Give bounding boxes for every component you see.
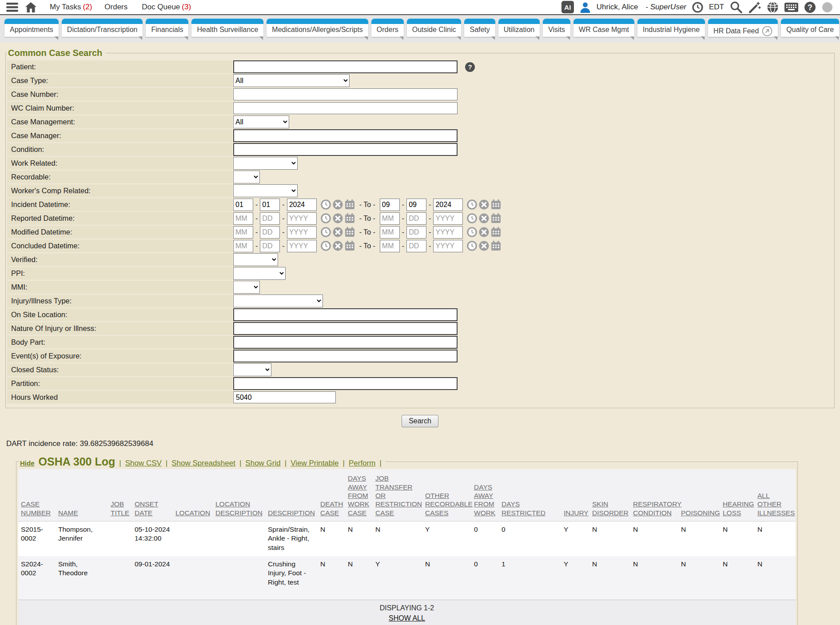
modified-to-dd-input[interactable] (406, 226, 426, 239)
calendar-icon[interactable] (491, 241, 501, 251)
wc-claim-number-input[interactable] (233, 102, 458, 114)
view-printable-link[interactable]: View Printable (291, 459, 338, 468)
reported-to-mm-input[interactable] (380, 212, 400, 225)
sort-link[interactable]: ALL OTHER ILLNESSES (757, 492, 795, 517)
tab-orders[interactable]: Orders (371, 19, 404, 37)
external-link-icon[interactable] (762, 26, 772, 36)
events-of-exposure-input[interactable] (233, 350, 458, 362)
patient-input[interactable] (233, 60, 458, 73)
time-picker-icon[interactable] (467, 213, 477, 223)
incident-from-mm-input[interactable] (233, 199, 253, 211)
clear-date-icon[interactable] (479, 213, 489, 223)
table-row[interactable]: S2024-0002 Smith, Theodore 09-01-2024 Cr… (18, 556, 796, 600)
time-picker-icon[interactable] (321, 227, 331, 237)
modified-from-yyyy-input[interactable] (287, 226, 317, 239)
case-manager-input[interactable] (233, 129, 458, 142)
sort-link[interactable]: RESPIRATORY CONDITION (633, 500, 681, 516)
injury-illness-type-select[interactable] (233, 295, 323, 307)
concluded-to-mm-input[interactable] (380, 240, 400, 252)
tab-financials[interactable]: Financials (146, 19, 188, 37)
nav-doc-queue[interactable]: Doc Queue(3) (142, 3, 191, 12)
tab-quality-of-care[interactable]: Quality of Care (781, 19, 839, 37)
user-name[interactable]: Uhrick, Alice (597, 3, 638, 12)
sort-link[interactable]: DEATH CASE (320, 500, 343, 516)
reported-from-dd-input[interactable] (260, 212, 280, 225)
show-csv-link[interactable]: Show CSV (125, 459, 162, 468)
perform-link[interactable]: Perform (349, 459, 375, 468)
search-icon[interactable] (730, 1, 742, 13)
help-circle-icon[interactable]: ? (804, 1, 816, 13)
closed-status-select[interactable] (233, 363, 271, 376)
case-type-select[interactable]: All (233, 74, 350, 87)
reported-from-yyyy-input[interactable] (287, 212, 317, 225)
tab-appointments[interactable]: Appointments (4, 19, 59, 37)
calendar-icon[interactable] (345, 199, 355, 210)
calendar-icon[interactable] (491, 213, 501, 223)
sort-link[interactable]: INJURY (564, 509, 589, 517)
home-icon[interactable] (25, 2, 36, 12)
globe-icon[interactable] (767, 1, 779, 13)
time-picker-icon[interactable] (321, 199, 331, 210)
reported-to-yyyy-input[interactable] (433, 212, 463, 225)
table-row[interactable]: S2015-0002 Thompson, Jennifer 05-10-2024… (18, 521, 796, 557)
incident-from-dd-input[interactable] (260, 199, 280, 211)
clear-date-icon[interactable] (333, 241, 343, 251)
calendar-icon[interactable] (491, 227, 501, 237)
time-picker-icon[interactable] (467, 199, 477, 210)
clear-date-icon[interactable] (479, 241, 489, 251)
tab-medications-allergies-scripts[interactable]: Medications/Allergies/Scripts (267, 19, 368, 37)
concluded-to-yyyy-input[interactable] (433, 240, 463, 252)
hours-worked-input[interactable] (233, 391, 336, 403)
tab-dictation-transcription[interactable]: Dictation/Transcription (62, 19, 143, 37)
hide-link[interactable]: Hide (20, 459, 35, 467)
incident-from-yyyy-input[interactable] (287, 199, 317, 211)
sort-link[interactable]: DESCRIPTION (268, 509, 315, 517)
clear-date-icon[interactable] (479, 227, 489, 237)
magic-wand-icon[interactable] (748, 1, 761, 14)
nav-my-tasks[interactable]: My Tasks(2) (50, 3, 92, 12)
tab-wr-case-mgmt[interactable]: WR Case Mgmt (573, 19, 634, 37)
sort-link[interactable]: NAME (58, 509, 78, 517)
ppi-select[interactable] (233, 267, 286, 280)
tab-hr-data-feed[interactable]: HR Data Feed (708, 19, 778, 37)
workers-comp-related-select[interactable] (233, 184, 298, 197)
clear-date-icon[interactable] (333, 227, 343, 237)
sort-link[interactable]: LOCATION (175, 509, 210, 517)
tab-outside-clinic[interactable]: Outside Clinic (407, 19, 462, 37)
nature-of-injury-input[interactable] (233, 322, 458, 335)
calendar-icon[interactable] (491, 199, 501, 210)
clear-date-icon[interactable] (333, 213, 343, 223)
tab-utilization[interactable]: Utilization (498, 19, 540, 37)
tab-visits[interactable]: Visits (543, 19, 570, 37)
sort-link[interactable]: OTHER RECORDABLE CASES (425, 492, 473, 517)
show-all-link[interactable]: SHOW ALL (389, 614, 425, 622)
on-site-location-input[interactable] (233, 308, 458, 321)
tab-industrial-hygiene[interactable]: Industrial Hygiene (637, 19, 705, 37)
time-picker-icon[interactable] (467, 241, 477, 251)
tab-health-surveillance[interactable]: Health Surveillance (191, 19, 263, 37)
hamburger-menu-icon[interactable] (6, 3, 18, 12)
sort-link[interactable]: DAYS AWAY FROM WORK (474, 483, 495, 517)
case-number-input[interactable] (233, 88, 458, 100)
incident-to-mm-input[interactable] (380, 199, 400, 211)
sort-link[interactable]: JOB TRANSFER OR RESTRICTION CASE (375, 474, 422, 517)
ai-badge[interactable]: AI (561, 1, 574, 13)
keyboard-icon[interactable] (784, 3, 798, 12)
time-picker-icon[interactable] (321, 241, 331, 251)
time-picker-icon[interactable] (321, 213, 331, 223)
calendar-icon[interactable] (345, 227, 355, 237)
sort-link[interactable]: ONSET DATE (135, 500, 158, 516)
concluded-from-mm-input[interactable] (233, 240, 253, 252)
show-grid-link[interactable]: Show Grid (245, 459, 280, 468)
show-spreadsheet-link[interactable]: Show Spreadsheet (171, 459, 235, 468)
tab-safety[interactable]: Safety (464, 19, 495, 37)
nav-orders[interactable]: Orders (104, 3, 129, 12)
search-button[interactable]: Search (402, 415, 438, 427)
sort-link[interactable]: POISONING (681, 509, 720, 517)
incident-to-dd-input[interactable] (406, 199, 426, 211)
patient-help-icon[interactable]: ? (465, 62, 475, 72)
modified-to-mm-input[interactable] (380, 226, 400, 239)
sort-link[interactable]: CASE NUMBER (21, 500, 51, 516)
incident-to-yyyy-input[interactable] (433, 199, 463, 211)
case-management-select[interactable]: All (233, 115, 289, 128)
